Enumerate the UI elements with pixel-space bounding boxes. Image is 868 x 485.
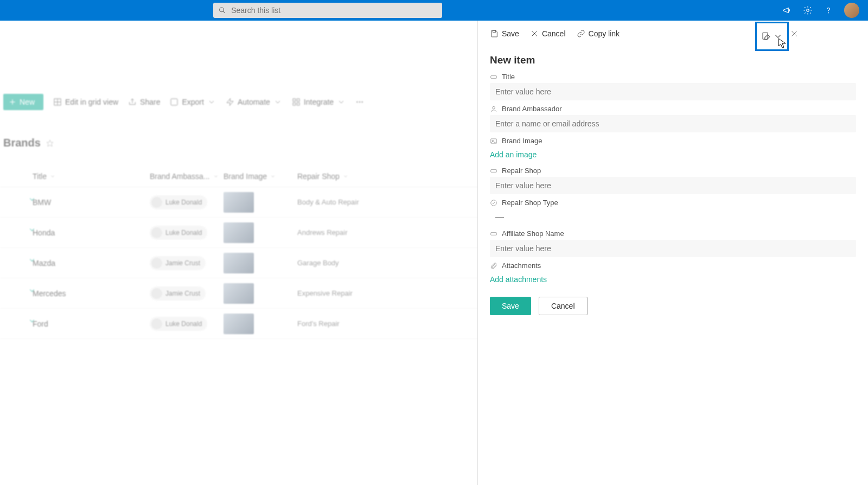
svg-point-0 [220,8,224,12]
cell-shop: Expensive Repair [297,289,384,297]
panel-toolbar: Save Cancel Copy link [490,21,856,44]
export-button[interactable]: Export [170,98,215,106]
panel-cancel-button[interactable]: Cancel [530,29,566,38]
new-item-panel: Save Cancel Copy link New item Title Bra… [477,21,868,485]
svg-point-22 [493,106,495,109]
list-title: Brands [3,137,41,149]
close-panel-button[interactable] [790,29,799,40]
save-button[interactable]: Save [490,297,531,315]
cell-shop: Garage Body [297,259,384,267]
svg-point-26 [491,200,497,206]
cell-title: BMW [3,198,150,207]
cell-shop: Andrews Repair [297,228,384,237]
col-title[interactable]: Title [3,172,150,181]
shop-input[interactable] [490,177,856,194]
cell-title: Mercedes [3,289,150,298]
cell-shop: Ford's Repair [297,320,384,328]
affiliate-input[interactable] [490,240,856,257]
cell-ambassador: Jamie Crust [150,256,224,270]
cell-shop: Body & Auto Repair [297,198,384,206]
cell-image [224,314,297,334]
topbar-actions [782,3,864,18]
top-bar [0,0,868,21]
add-attachments-link[interactable]: Add attachments [490,272,547,287]
svg-rect-13 [297,103,299,105]
avatar[interactable] [844,3,859,18]
svg-rect-27 [491,232,497,235]
shoptype-label: Repair Shop Type [490,199,856,207]
help-icon[interactable] [824,5,833,15]
cell-title: Ford [3,320,150,328]
search-icon [219,7,226,14]
search-box[interactable] [213,3,442,18]
more-button[interactable] [355,98,364,106]
ambassador-label: Brand Ambassador [490,105,856,113]
gear-icon[interactable] [803,5,813,15]
cell-image [224,253,297,273]
svg-rect-11 [297,99,299,101]
new-button[interactable]: New [3,94,43,110]
title-input[interactable] [490,83,856,100]
svg-marker-17 [47,140,53,146]
ambassador-input[interactable] [490,115,856,132]
image-label: Brand Image [490,137,856,145]
cell-image [224,222,297,243]
attachments-label: Attachments [490,261,856,270]
search-input[interactable] [231,6,437,15]
panel-save-button[interactable]: Save [490,29,519,38]
svg-point-3 [828,12,829,13]
svg-rect-9 [171,99,177,105]
cell-ambassador: Luke Donald [150,226,224,240]
svg-point-15 [359,101,360,103]
cell-ambassador: Luke Donald [150,195,224,209]
share-button[interactable]: Share [128,98,160,106]
favorite-icon[interactable] [46,139,54,147]
svg-rect-21 [491,75,497,78]
svg-point-16 [362,101,363,103]
add-image-link[interactable]: Add an image [490,147,537,162]
automate-button[interactable]: Automate [226,98,282,106]
svg-rect-12 [293,103,296,105]
panel-copylink-button[interactable]: Copy link [577,29,620,38]
shoptype-value[interactable]: — [490,209,856,225]
panel-title: New item [490,54,856,66]
cell-ambassador: Luke Donald [150,317,224,331]
integrate-button[interactable]: Integrate [292,98,346,106]
cell-title: Mazda [3,259,150,267]
affiliate-label: Affiliate Shop Name [490,229,856,238]
svg-rect-6 [54,99,61,105]
svg-rect-25 [491,169,497,172]
svg-rect-10 [293,99,296,101]
col-image[interactable]: Brand Image [224,172,297,181]
svg-point-2 [807,9,809,12]
col-ambassador[interactable]: Brand Ambassa... [150,172,224,181]
svg-line-1 [223,11,225,13]
new-label: New [20,98,35,106]
col-shop[interactable]: Repair Shop [297,172,384,181]
cell-title: Honda [3,228,150,237]
svg-rect-28 [763,33,768,39]
svg-point-14 [356,101,358,103]
shop-label: Repair Shop [490,167,856,175]
edit-grid-button[interactable]: Edit in grid view [53,98,118,106]
form-icon [761,31,771,41]
cell-image [224,192,297,213]
megaphone-icon[interactable] [782,5,792,15]
cell-ambassador: Jamie Crust [150,286,224,301]
cell-image [224,283,297,304]
svg-rect-18 [493,30,495,32]
title-label: Title [490,73,856,81]
cursor-icon [778,38,787,49]
cancel-button[interactable]: Cancel [539,297,588,315]
